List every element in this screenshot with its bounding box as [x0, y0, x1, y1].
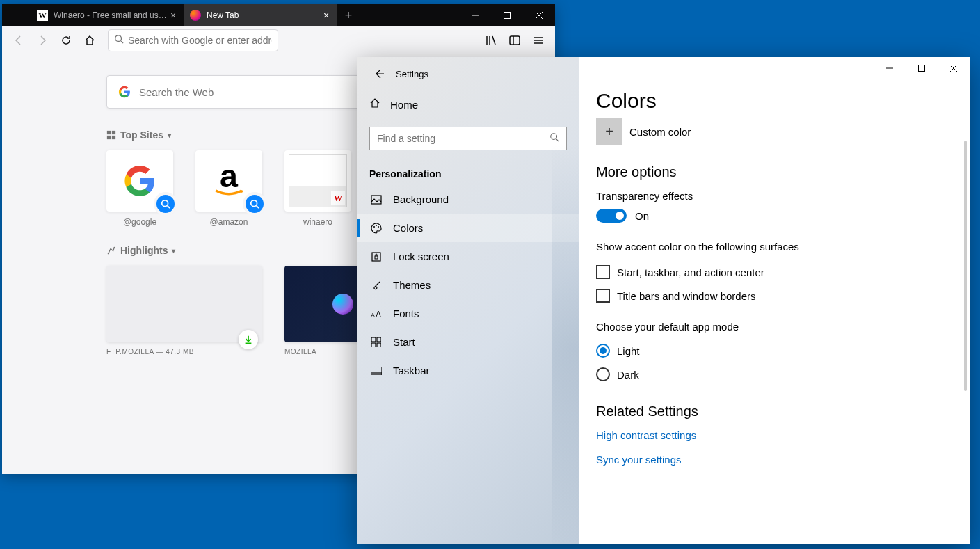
search-icon [114, 34, 124, 47]
sidebar-item-colors[interactable]: Colors [357, 214, 579, 242]
winaero-favicon: W [37, 10, 48, 21]
window-controls [459, 4, 555, 26]
google-icon [118, 86, 131, 98]
sidebar-item-label: Taskbar [393, 365, 430, 376]
home-label: Home [390, 99, 418, 111]
close-button[interactable] [938, 57, 970, 79]
svg-rect-37 [371, 367, 382, 375]
app-mode-label: Choose your default app mode [596, 321, 953, 333]
tab-label: Winaero - Free small and useful software… [54, 10, 168, 20]
close-button[interactable] [523, 4, 555, 26]
settings-header: Settings [357, 57, 579, 90]
firefox-favicon [190, 10, 201, 21]
minimize-button[interactable] [874, 57, 906, 79]
amazon-logo-icon: a [209, 161, 248, 200]
svg-rect-30 [375, 256, 378, 259]
sidebar-button[interactable] [504, 29, 526, 51]
winaero-icon: W [331, 191, 345, 205]
picture-icon [369, 194, 383, 205]
palette-icon [369, 223, 383, 234]
back-button[interactable] [365, 60, 393, 88]
site-winaero[interactable]: W winaero [284, 150, 351, 227]
maximize-button[interactable] [906, 57, 938, 79]
svg-line-5 [121, 40, 124, 43]
sidebar-item-label: Colors [393, 222, 423, 234]
new-tab-button[interactable]: + [337, 4, 360, 26]
tab-newtab[interactable]: New Tab × [184, 4, 337, 26]
firefox-titlebar: W Winaero - Free small and useful softwa… [2, 4, 555, 26]
link-sync-settings[interactable]: Sync your settings [596, 454, 953, 466]
close-tab-icon[interactable]: × [321, 10, 332, 21]
settings-sidebar: Settings Home Personalization Background… [357, 57, 579, 544]
brush-icon [369, 280, 383, 291]
checkbox-titlebars[interactable]: Title bars and window borders [596, 289, 953, 303]
transparency-label: Transparency effects [596, 190, 953, 202]
checkbox-label: Title bars and window borders [617, 290, 756, 302]
taskbar-icon [369, 367, 383, 375]
svg-text:a: a [220, 161, 239, 194]
close-tab-icon[interactable]: × [168, 10, 179, 21]
svg-point-28 [378, 226, 379, 228]
address-input[interactable] [128, 35, 272, 46]
sidebar-item-background[interactable]: Background [357, 185, 579, 214]
sidebar-item-lockscreen[interactable]: Lock screen [357, 242, 579, 271]
chevron-down-icon: ▾ [168, 132, 171, 139]
search-badge-icon [243, 192, 266, 216]
link-high-contrast[interactable]: High contrast settings [596, 429, 953, 441]
sidebar-item-taskbar[interactable]: Taskbar [357, 356, 579, 385]
address-bar[interactable] [108, 29, 278, 51]
settings-title: Settings [396, 69, 428, 79]
checkbox-start-taskbar[interactable]: Start, taskbar, and action center [596, 265, 953, 279]
menu-button[interactable] [527, 29, 549, 51]
sidebar-item-label: Themes [393, 279, 431, 291]
minimize-button[interactable] [459, 4, 491, 26]
firefox-nightly-icon [332, 294, 353, 315]
sidebar-item-themes[interactable]: Themes [357, 271, 579, 299]
radio-light[interactable]: Light [596, 344, 953, 358]
radio-icon [596, 344, 610, 358]
sidebar-item-label: Background [393, 193, 449, 205]
highlight-card[interactable]: FTP.MOZILLA — 47.3 MB [106, 266, 262, 356]
back-button[interactable] [8, 29, 30, 51]
svg-rect-35 [371, 343, 376, 347]
svg-rect-14 [112, 136, 115, 139]
transparency-toggle[interactable] [596, 209, 627, 223]
library-button[interactable] [480, 29, 502, 51]
svg-rect-25 [371, 196, 381, 204]
transparency-toggle-row: On [596, 209, 953, 223]
svg-line-24 [556, 139, 559, 142]
reload-button[interactable] [55, 29, 77, 51]
fonts-icon: AA [369, 309, 383, 319]
highlights-icon [106, 246, 116, 255]
section-label: Top Sites [120, 129, 163, 141]
more-options-header: More options [596, 164, 953, 180]
sidebar-item-label: Start [393, 336, 415, 348]
page-title: Colors [596, 89, 953, 113]
svg-line-16 [168, 206, 170, 209]
svg-rect-1 [504, 13, 511, 19]
settings-window: Settings Home Personalization Background… [357, 57, 970, 544]
settings-search-input[interactable] [377, 133, 549, 144]
custom-color-button[interactable]: + [596, 118, 622, 145]
window-controls [874, 57, 970, 79]
radio-dark[interactable]: Dark [596, 367, 953, 381]
svg-rect-40 [919, 65, 925, 72]
custom-color-row: + Custom color [596, 118, 953, 145]
settings-category: Personalization [357, 159, 579, 185]
settings-search[interactable] [369, 127, 567, 150]
sidebar-item-start[interactable]: Start [357, 328, 579, 356]
settings-home[interactable]: Home [357, 90, 579, 118]
svg-point-4 [115, 35, 122, 41]
tab-winaero[interactable]: W Winaero - Free small and useful softwa… [31, 4, 184, 26]
scrollbar[interactable] [964, 141, 967, 391]
svg-rect-34 [377, 337, 381, 342]
svg-point-26 [373, 226, 375, 228]
forward-button[interactable] [31, 29, 54, 51]
sidebar-item-fonts[interactable]: AA Fonts [357, 299, 579, 328]
home-button[interactable] [79, 29, 101, 51]
maximize-button[interactable] [491, 4, 523, 26]
site-google[interactable]: @google [106, 150, 173, 227]
svg-text:A: A [371, 312, 375, 319]
svg-line-19 [257, 206, 259, 209]
site-amazon[interactable]: a @amazon [195, 150, 262, 227]
